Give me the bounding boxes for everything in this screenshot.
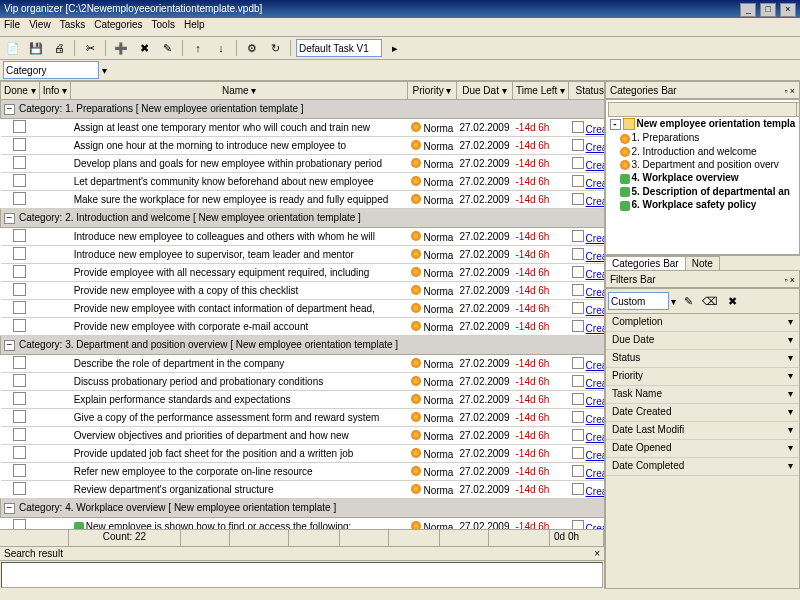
done-checkbox[interactable] (13, 356, 26, 369)
filter-item[interactable]: Date Opened▾ (606, 440, 799, 458)
tree-item[interactable]: 5. Description of departmental an11 (609, 185, 801, 198)
done-checkbox[interactable] (13, 392, 26, 405)
filter-custom-field[interactable] (608, 292, 669, 310)
menu-tasks[interactable]: Tasks (60, 19, 86, 30)
filter-item[interactable]: Date Last Modifi▾ (606, 422, 799, 440)
task-name-field[interactable] (296, 39, 382, 57)
cut-icon[interactable]: ✂ (80, 38, 100, 58)
done-checkbox[interactable] (13, 410, 26, 423)
menu-help[interactable]: Help (184, 19, 205, 30)
status-cell[interactable]: Create (569, 481, 604, 499)
status-cell[interactable]: Create (569, 228, 604, 246)
tab-note[interactable]: Note (685, 256, 720, 270)
status-cell[interactable]: Create (569, 427, 604, 445)
filter-item[interactable]: Completion▾ (606, 314, 799, 332)
status-cell[interactable]: Create (569, 282, 604, 300)
filter-clear-icon[interactable]: ⌫ (700, 291, 720, 311)
panel-pin-icon[interactable]: ▫ (785, 275, 788, 285)
print-icon[interactable]: 🖨 (49, 38, 69, 58)
done-checkbox[interactable] (13, 301, 26, 314)
close-button[interactable]: × (780, 3, 796, 17)
done-checkbox[interactable] (13, 265, 26, 278)
task-row[interactable]: Assign one hour at the morning to introd… (1, 137, 605, 155)
task-row[interactable]: Provide new employee with corporate e-ma… (1, 318, 605, 336)
task-row[interactable]: Explain performance standards and expect… (1, 391, 605, 409)
col-header[interactable]: Due Dat ▾ (456, 82, 512, 100)
filter-list[interactable]: Completion▾Due Date▾Status▾Priority▾Task… (606, 314, 799, 588)
task-row[interactable]: Develop plans and goals for new employee… (1, 155, 605, 173)
filter-icon[interactable]: ⚙ (242, 38, 262, 58)
task-row[interactable]: Let department's community know beforeha… (1, 173, 605, 191)
status-cell[interactable]: Create (569, 246, 604, 264)
minimize-button[interactable]: _ (740, 3, 756, 17)
status-cell[interactable]: Create (569, 119, 604, 137)
done-checkbox[interactable] (13, 229, 26, 242)
filter-item[interactable]: Task Name▾ (606, 386, 799, 404)
task-row[interactable]: New employee is shown how to find or acc… (1, 518, 605, 530)
status-cell[interactable]: Create (569, 391, 604, 409)
status-cell[interactable]: Create (569, 137, 604, 155)
status-cell[interactable]: Create (569, 409, 604, 427)
task-row[interactable]: Introduce new employee to supervisor, te… (1, 246, 605, 264)
done-checkbox[interactable] (13, 519, 26, 529)
tree-item[interactable]: 2. Introduction and welcome66 (609, 145, 801, 158)
status-cell[interactable]: Create (569, 173, 604, 191)
tree-item[interactable]: 1. Preparations55 (609, 131, 801, 144)
col-header[interactable]: Done ▾ (1, 82, 40, 100)
col-header[interactable]: Name ▾ (71, 82, 408, 100)
filter-delete-icon[interactable]: ✖ (722, 291, 742, 311)
maximize-button[interactable]: □ (760, 3, 776, 17)
refresh-icon[interactable]: ↻ (265, 38, 285, 58)
filter-item[interactable]: Status▾ (606, 350, 799, 368)
done-checkbox[interactable] (13, 319, 26, 332)
category-tree[interactable]: U...Total-New employee orientation templ… (605, 99, 800, 255)
done-checkbox[interactable] (13, 247, 26, 260)
save-icon[interactable]: 💾 (26, 38, 46, 58)
done-checkbox[interactable] (13, 174, 26, 187)
filter-item[interactable]: Due Date▾ (606, 332, 799, 350)
col-header[interactable]: Time Left ▾ (513, 82, 569, 100)
status-cell[interactable]: Create (569, 318, 604, 336)
delete-icon[interactable]: ✖ (134, 38, 154, 58)
done-checkbox[interactable] (13, 138, 26, 151)
category-dropdown[interactable] (3, 61, 99, 79)
search-close-icon[interactable]: × (594, 548, 600, 559)
filter-item[interactable]: Date Completed▾ (606, 458, 799, 476)
tab-categories bar[interactable]: Categories Bar (605, 256, 686, 270)
group-row[interactable]: −Category: 3. Department and position ov… (1, 336, 605, 355)
add-icon[interactable]: ➕ (111, 38, 131, 58)
group-row[interactable]: −Category: 1. Preparations [ New employe… (1, 100, 605, 119)
menu-categories[interactable]: Categories (94, 19, 142, 30)
task-row[interactable]: Give a copy of the performance assessmen… (1, 409, 605, 427)
status-cell[interactable]: Create (569, 300, 604, 318)
task-row[interactable]: Overview objectives and priorities of de… (1, 427, 605, 445)
status-cell[interactable]: Create (569, 155, 604, 173)
task-row[interactable]: Assign at least one temporary mentor who… (1, 119, 605, 137)
status-cell[interactable]: Create (569, 191, 604, 209)
menu-tools[interactable]: Tools (152, 19, 175, 30)
panel-close-icon[interactable]: × (790, 275, 795, 285)
done-checkbox[interactable] (13, 374, 26, 387)
task-row[interactable]: Refer new employee to the corporate on-l… (1, 463, 605, 481)
status-cell[interactable]: Create (569, 518, 604, 530)
task-row[interactable]: Provide updated job fact sheet for the p… (1, 445, 605, 463)
menu-view[interactable]: View (29, 19, 51, 30)
group-row[interactable]: −Category: 2. Introduction and welcome [… (1, 209, 605, 228)
task-row[interactable]: Review department's organizational struc… (1, 481, 605, 499)
status-cell[interactable]: Create (569, 355, 604, 373)
task-row[interactable]: Make sure the workplace for new employee… (1, 191, 605, 209)
col-header[interactable]: Priority ▾ (408, 82, 457, 100)
tree-col[interactable]: U... (796, 103, 800, 117)
tree-item[interactable]: -New employee orientation templa2222 (609, 117, 801, 132)
task-row[interactable]: Provide employee with all necessary equi… (1, 264, 605, 282)
new-icon[interactable]: 📄 (3, 38, 23, 58)
status-cell[interactable]: Create (569, 264, 604, 282)
filter-edit-icon[interactable]: ✎ (678, 291, 698, 311)
done-checkbox[interactable] (13, 283, 26, 296)
edit-icon[interactable]: ✎ (157, 38, 177, 58)
tree-item[interactable]: 4. Workplace overview11 (609, 171, 801, 184)
col-header[interactable]: Status ▾ (569, 82, 604, 100)
group-row[interactable]: −Category: 4. Workplace overview [ New e… (1, 499, 605, 518)
menu-file[interactable]: File (4, 19, 20, 30)
panel-pin-icon[interactable]: ▫ (785, 86, 788, 96)
